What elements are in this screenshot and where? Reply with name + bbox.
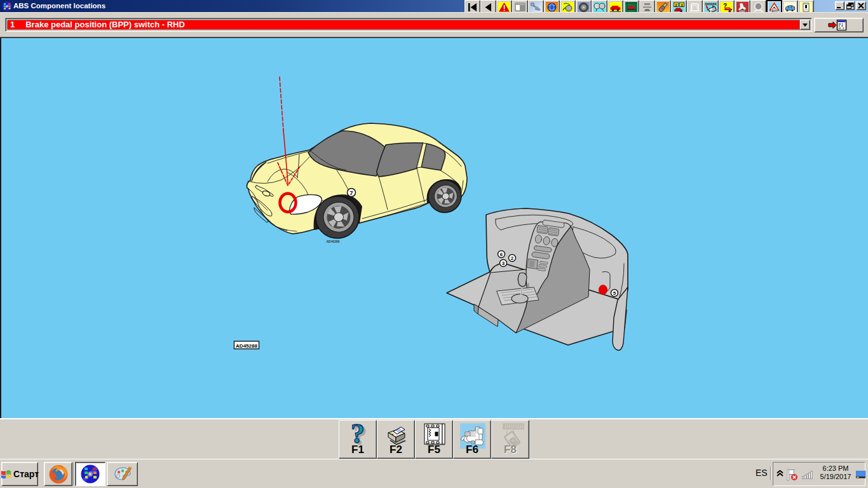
svg-text:6: 6 bbox=[500, 252, 503, 257]
svg-text:7: 7 bbox=[349, 189, 353, 196]
svg-text:AD45286: AD45286 bbox=[326, 240, 339, 243]
svg-text:3: 3 bbox=[502, 261, 505, 266]
svg-text:2: 2 bbox=[511, 255, 514, 261]
svg-text:AD45288: AD45288 bbox=[236, 343, 257, 349]
svg-text:5: 5 bbox=[613, 290, 616, 296]
